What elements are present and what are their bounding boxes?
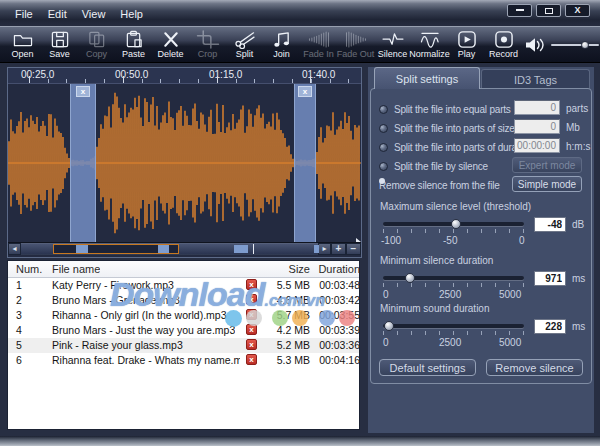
app-window: File Edit View Help X Open Save Copy Pas… <box>0 0 600 446</box>
silence-selection-region[interactable]: x <box>70 84 96 242</box>
option-split-by-silence[interactable]: Split the file by silence <box>379 159 488 173</box>
silence-marker <box>158 245 169 253</box>
option-parts-of-size[interactable]: Split the file into parts of size <box>379 121 515 135</box>
file-row[interactable]: 4 Bruno Mars - Just the way you are.mp3 … <box>8 323 359 338</box>
file-row[interactable]: 1 Katy Perry - Firework.mp3 x 5.5 MB 00:… <box>8 278 359 293</box>
file-name: Rihanna feat. Drake - Whats my name.mp3 <box>52 354 240 366</box>
major-tick <box>310 76 311 83</box>
save-button[interactable]: Save <box>41 27 78 62</box>
toolbar-label: Open <box>11 49 33 59</box>
file-row[interactable]: 2 Bruno Mars - Grenade.mp3 x 4.6 MB 00:0… <box>8 293 359 308</box>
volume-slider[interactable] <box>551 44 599 46</box>
simple-mode-button[interactable]: Simple mode <box>512 176 582 192</box>
fade-in-icon <box>307 30 331 49</box>
close-icon: X <box>574 6 580 15</box>
option-parts-of-duration[interactable]: Split the file into parts of duration <box>379 140 532 154</box>
parts-size-input[interactable] <box>514 119 560 134</box>
tick-label: 2500 <box>439 337 461 348</box>
waveform-panel: 00:25.0 00:50.0 01:15.0 01:40.0 x x <box>7 67 362 258</box>
menu-file[interactable]: File <box>12 8 36 20</box>
min-silence-duration-slider[interactable] <box>383 276 524 280</box>
zoom-out-button[interactable]: − <box>346 243 361 255</box>
x-icon: x <box>303 87 307 96</box>
radio-icon[interactable] <box>379 105 388 114</box>
slider-thumb[interactable] <box>384 321 394 331</box>
open-button[interactable]: Open <box>4 27 41 62</box>
menu-view[interactable]: View <box>79 8 109 20</box>
min-sound-duration-slider[interactable] <box>383 324 524 328</box>
file-name: Katy Perry - Firework.mp3 <box>52 279 174 291</box>
radio-icon[interactable] <box>379 143 388 152</box>
scroll-left-button[interactable]: ◂ <box>8 243 21 255</box>
file-duration: 00:03:36 <box>314 339 360 351</box>
timeline-ruler[interactable]: 00:25.0 00:50.0 01:15.0 01:40.0 <box>8 68 361 84</box>
file-num: 6 <box>16 354 22 366</box>
min-silence-duration-value[interactable] <box>534 271 566 286</box>
silence-marker <box>234 245 248 253</box>
split-scissors-icon <box>233 30 257 49</box>
file-row[interactable]: 5 Pink - Raise your glass.mp3 x 5.2 MB 0… <box>8 338 359 353</box>
maximize-button[interactable] <box>536 4 561 17</box>
remove-silence-button[interactable]: Remove silence <box>486 359 583 376</box>
toolbar-label: Normalize <box>409 49 450 59</box>
menu-edit[interactable]: Edit <box>45 8 70 20</box>
min-sound-duration-value[interactable] <box>534 319 566 334</box>
option-remove-silence[interactable]: Remove silence from the file <box>379 178 500 192</box>
radio-icon[interactable] <box>379 162 388 171</box>
option-equal-parts[interactable]: Split the file into equal parts <box>379 102 511 116</box>
zoom-in-button[interactable]: + <box>331 243 346 255</box>
play-button[interactable]: Play <box>448 27 485 62</box>
file-row[interactable]: 3 Rihanna - Only girl (In the world).mp3… <box>8 308 359 323</box>
slider-section-label: Minimum silence duration <box>380 255 493 266</box>
join-button[interactable]: Join <box>263 27 300 62</box>
delete-x-icon <box>159 30 183 49</box>
file-name: Rihanna - Only girl (In the world).mp3 <box>52 309 227 321</box>
tick-label: 2500 <box>439 289 461 300</box>
radio-selected-icon[interactable] <box>379 178 385 184</box>
split-button[interactable]: Split <box>226 27 263 62</box>
fade-out-button: Fade Out <box>337 27 374 62</box>
parts-duration-input[interactable] <box>514 138 560 153</box>
slider-section-label: Minimum sound duration <box>380 303 490 314</box>
menu-help[interactable]: Help <box>117 8 146 20</box>
tab-split-settings[interactable]: Split settings <box>374 67 480 89</box>
toolbar-label: Paste <box>122 49 145 59</box>
major-tick <box>217 76 218 83</box>
toolbar-label: Save <box>49 49 70 59</box>
silence-button[interactable]: Silence <box>374 27 411 62</box>
remove-selection-button[interactable]: x <box>298 86 312 97</box>
unit-label: ms <box>572 321 585 332</box>
silence-marker <box>314 245 319 253</box>
title-bar: File Edit View Help X <box>0 0 600 26</box>
max-silence-level-value[interactable] <box>534 217 566 232</box>
minimize-icon <box>516 8 524 11</box>
window-bottom-frame <box>0 436 600 446</box>
volume-slider-thumb[interactable] <box>581 41 589 49</box>
file-size: 5.7 MB <box>255 309 310 321</box>
radio-icon[interactable] <box>379 124 388 133</box>
waveform-display[interactable]: x x <box>8 84 361 242</box>
paste-button[interactable]: Paste <box>115 27 152 62</box>
remove-selection-button[interactable]: x <box>76 86 90 97</box>
record-button[interactable]: Record <box>485 27 522 62</box>
equal-parts-input[interactable] <box>514 100 560 115</box>
max-silence-level-slider[interactable] <box>383 222 524 226</box>
scrollbar-track[interactable] <box>21 244 318 254</box>
fade-out-icon <box>344 30 368 49</box>
file-num: 1 <box>16 279 22 291</box>
default-settings-button[interactable]: Default settings <box>379 359 476 376</box>
close-button[interactable]: X <box>565 4 590 17</box>
scroll-right-button[interactable]: ▸ <box>318 243 331 255</box>
minimize-button[interactable] <box>507 4 532 17</box>
file-row[interactable]: 6 Rihanna feat. Drake - Whats my name.mp… <box>8 353 359 368</box>
silence-selection-region[interactable]: x <box>294 84 316 242</box>
right-arrow-icon: ▸ <box>322 245 326 253</box>
slider-thumb[interactable] <box>451 219 461 229</box>
tab-id3-tags[interactable]: ID3 Tags <box>481 69 590 89</box>
slider-thumb[interactable] <box>405 273 415 283</box>
expert-mode-button: Expert mode <box>512 157 582 173</box>
normalize-button[interactable]: Normalize <box>411 27 448 62</box>
delete-button[interactable]: Delete <box>152 27 189 62</box>
slider-section-label: Maximum silence level (threshold) <box>380 201 531 212</box>
file-size: 5.3 MB <box>255 354 310 366</box>
